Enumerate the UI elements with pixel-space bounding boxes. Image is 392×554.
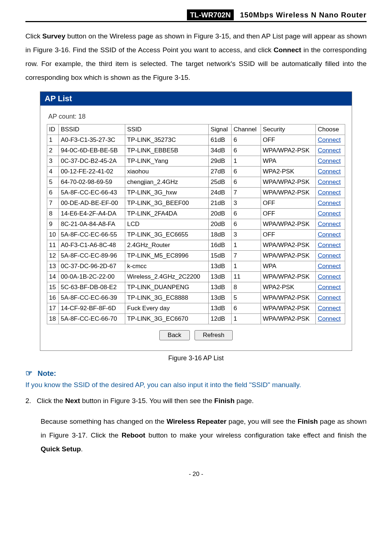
cell-signal: 21dB	[209, 198, 232, 209]
connect-link[interactable]: Connect	[318, 315, 340, 322]
cell-ssid: Fuck Every day	[125, 303, 209, 314]
cell-id: 2	[47, 145, 59, 156]
cell-bssid: 5C-63-BF-DB-08-E2	[59, 282, 125, 293]
cell-bssid: 00-12-FE-22-41-02	[59, 167, 125, 177]
connect-link[interactable]: Connect	[318, 273, 340, 280]
cell-channel: 6	[232, 209, 261, 219]
col-id: ID	[47, 124, 59, 135]
cell-choose: Connect	[316, 209, 345, 219]
connect-link[interactable]: Connect	[318, 210, 340, 217]
connect-link[interactable]: Connect	[318, 305, 340, 312]
cell-ssid: Wireless_2.4GHz_2C2200	[125, 272, 209, 282]
table-row: 564-70-02-98-69-59chengjian_2.4GHz25dB6W…	[47, 177, 345, 188]
cell-choose: Connect	[316, 230, 345, 240]
connect-link[interactable]: Connect	[318, 189, 340, 196]
ap-list-title: AP List	[40, 92, 352, 106]
step-number: 2.	[25, 394, 35, 408]
connect-link[interactable]: Connect	[318, 231, 340, 238]
back-button[interactable]: Back	[159, 330, 190, 340]
cell-security: WPA2-PSK	[261, 282, 315, 293]
connect-link[interactable]: Connect	[318, 178, 340, 185]
cell-signal: 18dB	[209, 230, 232, 240]
connect-link[interactable]: Connect	[318, 147, 340, 154]
cell-id: 18	[47, 314, 59, 324]
cell-channel: 7	[232, 251, 261, 261]
cell-bssid: 14-E6-E4-2F-A4-DA	[59, 209, 125, 219]
connect-link[interactable]: Connect	[318, 252, 340, 259]
connect-link[interactable]: Connect	[318, 136, 340, 143]
refresh-button[interactable]: Refresh	[195, 330, 233, 340]
cell-ssid: chengjian_2.4GHz	[125, 177, 209, 188]
note-text: If you know the SSID of the desired AP, …	[25, 381, 367, 389]
cell-id: 12	[47, 251, 59, 261]
cell-channel: 3	[232, 230, 261, 240]
cell-signal: 15dB	[209, 251, 232, 261]
table-row: 700-DE-AD-BE-EF-00TP-LINK_3G_BEEF0021dB3…	[47, 198, 345, 209]
cell-security: WPA/WPA2-PSK	[261, 303, 315, 314]
cell-bssid: 00-DE-AD-BE-EF-00	[59, 198, 125, 209]
table-row: 1714-CF-92-BF-8F-6DFuck Every day13dB6WP…	[47, 303, 345, 314]
cell-ssid: LCD	[125, 219, 209, 230]
cell-choose: Connect	[316, 219, 345, 230]
cell-choose: Connect	[316, 240, 345, 251]
connect-link[interactable]: Connect	[318, 294, 340, 301]
table-row: 294-0C-6D-EB-BE-5BTP-LINK_EBBE5B34dB6WPA…	[47, 145, 345, 156]
cell-choose: Connect	[316, 167, 345, 177]
cell-signal: 20dB	[209, 209, 232, 219]
table-row: 1400-0A-1B-2C-22-00Wireless_2.4GHz_2C220…	[47, 272, 345, 282]
connect-link[interactable]: Connect	[318, 284, 340, 291]
col-security: Security	[261, 124, 315, 135]
table-row: 125A-8F-CC-EC-89-96TP-LINK_M5_EC899615dB…	[47, 251, 345, 261]
ap-count-label: AP count: 18	[48, 113, 345, 120]
cell-bssid: 94-0C-6D-EB-BE-5B	[59, 145, 125, 156]
note-heading: ☞ Note:	[25, 369, 367, 378]
connect-link[interactable]: Connect	[318, 157, 340, 164]
cell-id: 16	[47, 293, 59, 303]
cell-id: 3	[47, 156, 59, 167]
cell-channel: 1	[232, 261, 261, 272]
cell-choose: Connect	[316, 188, 345, 198]
cell-ssid: TP-LINK_35273C	[125, 135, 209, 145]
cell-channel: 6	[232, 177, 261, 188]
step-body: Because something has changed on the Wir…	[41, 415, 367, 456]
cell-channel: 8	[232, 282, 261, 293]
cell-security: WPA/WPA2-PSK	[261, 188, 315, 198]
cell-channel: 6	[232, 135, 261, 145]
cell-bssid: 14-CF-92-BF-8F-6D	[59, 303, 125, 314]
cell-choose: Connect	[316, 261, 345, 272]
ap-list-panel: AP List AP count: 18 ID BSSID SSID Signa…	[40, 91, 352, 351]
figure-caption: Figure 3-16 AP List	[25, 354, 367, 362]
cell-bssid: 0C-37-DC-B2-45-2A	[59, 156, 125, 167]
cell-ssid: TP-LINK_3G_hxw	[125, 188, 209, 198]
page-number: - 20 -	[25, 471, 367, 478]
connect-link[interactable]: Connect	[318, 221, 340, 227]
cell-choose: Connect	[316, 303, 345, 314]
cell-signal: 12dB	[209, 314, 232, 324]
hand-icon: ☞	[25, 369, 33, 378]
connect-link[interactable]: Connect	[318, 200, 340, 206]
cell-security: OFF	[261, 135, 315, 145]
cell-security: WPA/WPA2-PSK	[261, 177, 315, 188]
cell-channel: 1	[232, 314, 261, 324]
connect-link[interactable]: Connect	[318, 168, 340, 175]
cell-ssid: TP-LINK_EBBE5B	[125, 145, 209, 156]
connect-link[interactable]: Connect	[318, 263, 340, 270]
cell-bssid: 64-70-02-98-69-59	[59, 177, 125, 188]
cell-security: WPA/WPA2-PSK	[261, 219, 315, 230]
connect-link[interactable]: Connect	[318, 242, 340, 249]
cell-ssid: TP-LINK_3G_EC6670	[125, 314, 209, 324]
cell-channel: 1	[232, 156, 261, 167]
cell-choose: Connect	[316, 145, 345, 156]
cell-ssid: TP-LINK_3G_BEEF00	[125, 198, 209, 209]
cell-bssid: 5A-8F-CC-EC-66-43	[59, 188, 125, 198]
page-header: TL-WR702N 150Mbps Wireless N Nano Router	[25, 11, 367, 22]
cell-bssid: 5A-8F-CC-EC-66-39	[59, 293, 125, 303]
cell-security: OFF	[261, 230, 315, 240]
cell-bssid: 8C-21-0A-84-A8-FA	[59, 219, 125, 230]
col-signal: Signal	[209, 124, 232, 135]
model-desc: 150Mbps Wireless N Nano Router	[236, 11, 367, 19]
table-row: 98C-21-0A-84-A8-FALCD20dB6WPA/WPA2-PSKCo…	[47, 219, 345, 230]
cell-security: OFF	[261, 209, 315, 219]
cell-security: WPA/WPA2-PSK	[261, 145, 315, 156]
table-row: 11A0-F3-C1-A6-8C-482.4GHz_Router16dB1WPA…	[47, 240, 345, 251]
